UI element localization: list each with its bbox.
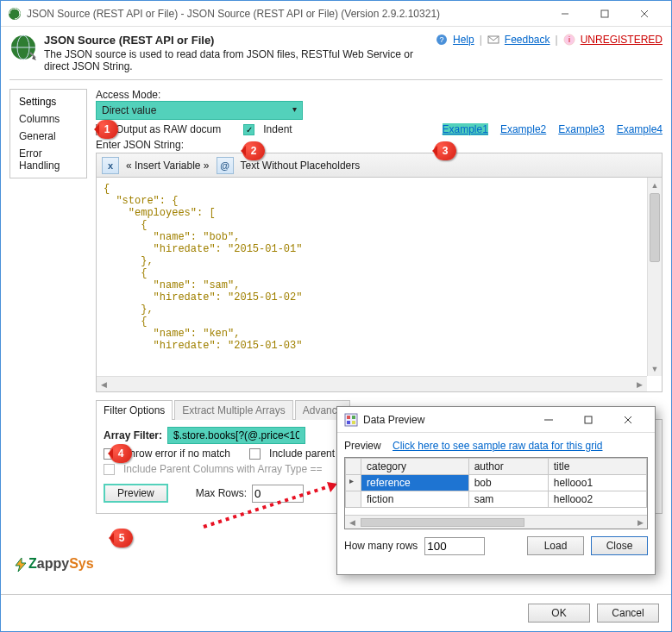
json-vscroll[interactable]: ▲ ▼ <box>647 178 662 376</box>
row2-header[interactable] <box>346 491 361 508</box>
how-many-rows-label: How many rows <box>344 540 418 552</box>
svg-rect-21 <box>352 421 355 424</box>
load-button[interactable]: Load <box>527 536 584 555</box>
help-link[interactable]: Help <box>453 34 474 46</box>
sidetab-general[interactable]: General <box>10 128 86 145</box>
scroll-right-icon[interactable]: ▶ <box>632 377 647 391</box>
insert-variable-icon[interactable]: x <box>102 157 119 174</box>
close-button[interactable] <box>625 1 664 26</box>
example1-link[interactable]: Example1 <box>443 123 488 135</box>
sidetab-settings[interactable]: Settings <box>10 93 86 110</box>
indent-label: Indent <box>263 123 292 135</box>
row1-author[interactable]: bob <box>468 475 548 491</box>
scroll-thumb[interactable] <box>650 193 660 262</box>
globe-icon <box>9 34 37 61</box>
example2-link[interactable]: Example2 <box>500 123 546 135</box>
row2-author[interactable]: sam <box>468 491 548 508</box>
svg-text:i: i <box>568 35 570 44</box>
example3-link[interactable]: Example3 <box>558 123 604 135</box>
preview-grid[interactable]: category author title reference bob hell… <box>344 457 648 529</box>
col-category[interactable]: category <box>361 459 469 475</box>
cancel-button[interactable]: Cancel <box>597 604 659 623</box>
preview-close-button[interactable] <box>608 407 648 432</box>
data-preview-window: Data Preview Preview Click here to see s… <box>336 406 656 575</box>
side-tabs: Settings Columns General Error Handling <box>9 89 87 178</box>
grid-corner <box>346 459 361 475</box>
output-raw-label: Output as RAW docum <box>116 123 221 135</box>
preview-sample-link[interactable]: Click here to see sample raw data for th… <box>393 440 602 452</box>
max-rows-label: Max Rows: <box>196 487 247 499</box>
preview-titlebar: Data Preview <box>337 407 655 433</box>
callout-2: 2 <box>242 141 265 160</box>
max-rows-input[interactable] <box>252 485 304 503</box>
scroll-left-icon[interactable]: ◀ <box>97 377 111 391</box>
throw-error-label: Throw error if no match <box>123 447 230 460</box>
array-filter-label: Array Filter: <box>104 429 162 441</box>
minimize-button[interactable] <box>545 1 585 26</box>
main-window: JSON Source (REST API or File) - JSON So… <box>0 0 672 632</box>
scroll-down-icon[interactable]: ▼ <box>648 361 662 376</box>
text-without-placeholders-label[interactable]: Text Without Placeholders <box>241 160 361 172</box>
svg-text:?: ? <box>440 35 444 44</box>
grid-scroll-thumb[interactable] <box>361 518 524 527</box>
array-filter-value[interactable] <box>172 429 301 442</box>
grid-scroll-right-icon[interactable]: ▶ <box>633 516 647 529</box>
tab-filter-options[interactable]: Filter Options <box>96 400 173 420</box>
example4-link[interactable]: Example4 <box>617 123 663 135</box>
preview-tab-label: Preview <box>344 440 381 452</box>
preview-minimize-button[interactable] <box>529 407 568 432</box>
window-title: JSON Source (REST API or File) - JSON So… <box>27 8 545 20</box>
mail-icon <box>487 34 499 46</box>
sidetab-columns[interactable]: Columns <box>10 110 86 128</box>
callout-4: 4 <box>110 444 132 463</box>
text-placeholder-icon[interactable]: @ <box>217 157 234 174</box>
sidetab-error-handling[interactable]: Error Handling <box>10 145 86 174</box>
header-subtitle: The JSON source is used to read data fro… <box>44 48 436 72</box>
col-author[interactable]: author <box>468 459 548 475</box>
feedback-link[interactable]: Feedback <box>505 34 550 46</box>
svg-point-0 <box>9 8 21 20</box>
row2-title[interactable]: hellooo2 <box>548 491 646 508</box>
preview-close-btn[interactable]: Close <box>591 536 648 555</box>
svg-rect-20 <box>347 421 350 424</box>
array-filter-input[interactable] <box>167 427 305 444</box>
json-textarea[interactable]: { "store": { "employees": [ { "name": "b… <box>96 177 663 392</box>
help-icon: ? <box>436 34 448 46</box>
access-mode-label: Access Mode: <box>96 89 663 101</box>
include-parent-checkbox[interactable] <box>249 448 261 460</box>
bolt-icon <box>13 557 28 573</box>
json-toolbar: x « Insert Variable » @ Text Without Pla… <box>96 153 663 177</box>
unregistered-link[interactable]: UNREGISTERED <box>581 34 663 46</box>
how-many-rows-input[interactable] <box>424 537 485 555</box>
app-icon <box>8 7 22 21</box>
svg-rect-23 <box>585 416 592 423</box>
zappysys-logo: ZappySys <box>13 556 94 573</box>
grid-hscroll[interactable]: ◀ ▶ <box>345 515 647 529</box>
row2-category[interactable]: fiction <box>361 491 469 508</box>
indent-checkbox[interactable] <box>243 124 254 135</box>
titlebar: JSON Source (REST API or File) - JSON So… <box>1 1 671 27</box>
ok-button[interactable]: OK <box>528 604 590 623</box>
include-parent-array-label: Include Parent Columns with Array Type =… <box>123 463 323 475</box>
preview-maximize-button[interactable] <box>568 407 608 432</box>
json-hscroll[interactable]: ◀ ▶ <box>97 376 647 391</box>
maximize-button[interactable] <box>585 1 625 26</box>
row1-category[interactable]: reference <box>361 475 469 491</box>
svg-rect-2 <box>601 10 608 17</box>
row1-title[interactable]: hellooo1 <box>548 475 646 491</box>
enter-json-label: Enter JSON String: <box>96 139 663 151</box>
row1-header[interactable] <box>346 475 361 491</box>
col-title[interactable]: title <box>548 459 646 475</box>
scroll-up-icon[interactable]: ▲ <box>648 178 662 192</box>
header: JSON Source (REST API or File) The JSON … <box>1 27 671 79</box>
include-parent-array-checkbox <box>104 464 115 475</box>
preview-button[interactable]: Preview <box>104 484 168 503</box>
grid-scroll-left-icon[interactable]: ◀ <box>345 516 359 529</box>
insert-variable-label[interactable]: « Insert Variable » <box>126 160 210 172</box>
tab-extract-arrays[interactable]: Extract Multiple Arrays <box>174 400 292 420</box>
header-title: JSON Source (REST API or File) <box>44 34 436 47</box>
callout-1: 1 <box>96 120 118 139</box>
access-mode-value: Direct value <box>102 104 156 116</box>
svg-rect-19 <box>352 416 355 419</box>
access-mode-dropdown[interactable]: Direct value <box>96 101 303 120</box>
